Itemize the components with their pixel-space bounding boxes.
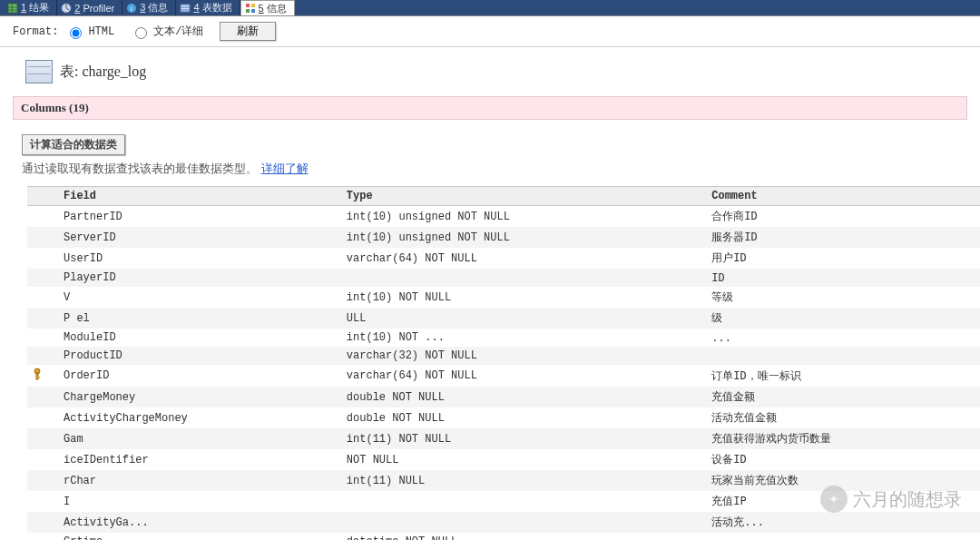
- comment-cell: [706, 347, 980, 365]
- type-cell: int(10) unsigned NOT NULL: [341, 206, 706, 228]
- field-cell: V: [58, 287, 341, 308]
- tab-info1[interactable]: i 3 信息: [122, 0, 176, 15]
- field-cell: PlayerID: [58, 269, 341, 287]
- page-title: 表: charge_log: [60, 63, 146, 82]
- key-cell: [27, 491, 58, 512]
- tab-tabledata[interactable]: 4 表数据: [176, 0, 240, 15]
- table-row: rCharint(11) NULL玩家当前充值次数: [27, 470, 980, 491]
- hint-text: 通过读取现有数据查找该表的最佳数据类型。 详细了解: [0, 157, 980, 186]
- type-cell: [341, 512, 706, 533]
- comment-cell: 活动充...: [706, 512, 980, 533]
- field-cell: ServerID: [58, 227, 341, 248]
- table-row: I充值IP: [27, 491, 980, 512]
- table-row: PartnerIDint(10) unsigned NOT NULL合作商ID: [27, 206, 980, 228]
- svg-rect-18: [36, 377, 40, 378]
- field-cell: ModuleID: [58, 329, 341, 347]
- table-row: Vint(10) NOT NULL等级: [27, 287, 980, 308]
- comment-cell: 设备ID: [706, 449, 980, 470]
- type-cell: double NOT NULL: [341, 387, 706, 407]
- table-row: ActivityGa...活动充...: [27, 512, 980, 533]
- comment-cell: 充值金额: [706, 387, 980, 407]
- type-cell: NOT NULL: [341, 449, 706, 470]
- field-cell: Gam: [58, 428, 341, 449]
- comment-cell: 合作商ID: [706, 206, 980, 228]
- grid-icon: [7, 3, 18, 14]
- field-cell: I: [58, 491, 341, 512]
- table-row: OrderIDvarchar(64) NOT NULL订单ID，唯一标识: [27, 365, 980, 387]
- comment-cell: 充值IP: [706, 491, 980, 512]
- comment-cell: 活动充值金额: [706, 407, 980, 428]
- type-cell: ULL: [341, 308, 706, 329]
- columns-section-header: Columns (19): [13, 96, 967, 120]
- comment-cell: 服务器ID: [706, 227, 980, 248]
- field-cell: ChargeMoney: [58, 387, 341, 407]
- svg-rect-12: [246, 4, 250, 7]
- table-row: PlayerIDID: [27, 269, 980, 287]
- comment-cell: [706, 533, 980, 540]
- col-key: [27, 187, 58, 206]
- field-cell: PartnerID: [58, 206, 341, 228]
- table-row: ProductIDvarchar(32) NOT NULL: [27, 347, 980, 365]
- key-cell: [27, 449, 58, 470]
- format-html-input[interactable]: [70, 27, 82, 39]
- table-row: UserIDvarchar(64) NOT NULL用户ID: [27, 248, 980, 269]
- key-cell: [27, 269, 58, 287]
- field-cell: ActivityGa...: [58, 512, 341, 533]
- table-row: Crtimedatetime NOT NULL: [27, 533, 980, 540]
- tab-profiler[interactable]: 2 Profiler: [57, 0, 122, 15]
- field-cell: P el: [58, 308, 341, 329]
- field-cell: iceIDentifier: [58, 449, 341, 470]
- tab-label: 5 信息: [259, 2, 287, 15]
- learn-more-link[interactable]: 详细了解: [261, 162, 309, 175]
- tab-results[interactable]: 1 结果: [4, 0, 57, 15]
- type-cell: datetime NOT NULL: [341, 533, 706, 540]
- key-cell: [27, 206, 58, 228]
- format-html-radio[interactable]: HTML: [65, 25, 114, 39]
- comment-cell: 玩家当前充值次数: [706, 470, 980, 491]
- tab-bar: 1 结果 2 Profiler i 3 信息 4 表数据 5 信息: [0, 0, 980, 16]
- comment-cell: 订单ID，唯一标识: [706, 365, 980, 387]
- key-cell: [27, 512, 58, 533]
- tab-label: 2 Profiler: [74, 3, 114, 14]
- type-cell: int(11) NULL: [341, 470, 706, 491]
- columns-table: Field Type Comment PartnerIDint(10) unsi…: [27, 186, 980, 540]
- type-cell: [341, 269, 706, 287]
- format-text-radio[interactable]: 文本/详细: [131, 24, 203, 39]
- comment-cell: ...: [706, 329, 980, 347]
- key-cell: [27, 248, 58, 269]
- format-text-text: 文本/详细: [153, 24, 203, 39]
- profiler-icon: [61, 3, 72, 14]
- key-cell: [27, 533, 58, 540]
- key-cell: [27, 347, 58, 365]
- type-cell: varchar(32) NOT NULL: [341, 347, 706, 365]
- table-row: ServerIDint(10) unsigned NOT NULL服务器ID: [27, 227, 980, 248]
- table-row: ModuleIDint(10) NOT ......: [27, 329, 980, 347]
- info-icon: i: [126, 3, 137, 14]
- key-cell: [27, 470, 58, 491]
- key-cell: [27, 428, 58, 449]
- format-text-input[interactable]: [135, 27, 147, 39]
- key-cell: [27, 227, 58, 248]
- format-label: Format:: [13, 25, 58, 38]
- calc-datatype-button[interactable]: 计算适合的数据类: [22, 134, 125, 155]
- field-cell: Crtime: [58, 533, 341, 540]
- tab-info2[interactable]: 5 信息: [240, 0, 295, 15]
- info-color-icon: [245, 3, 256, 14]
- table-large-icon: [25, 60, 53, 83]
- type-cell: int(10) unsigned NOT NULL: [341, 227, 706, 248]
- key-cell: [27, 308, 58, 329]
- comment-cell: 用户ID: [706, 248, 980, 269]
- table-row: ActivityChargeMoneydouble NOT NULL活动充值金额: [27, 407, 980, 428]
- key-cell: [27, 287, 58, 308]
- tab-label: 1 结果: [21, 1, 49, 15]
- svg-text:i: i: [131, 5, 132, 13]
- comment-cell: 级: [706, 308, 980, 329]
- refresh-button[interactable]: 刷新: [220, 22, 276, 41]
- col-comment: Comment: [706, 187, 980, 206]
- svg-rect-13: [251, 4, 255, 7]
- tab-label: 4 表数据: [193, 1, 231, 15]
- svg-rect-0: [8, 4, 17, 13]
- tab-label: 3 信息: [140, 1, 168, 15]
- col-field: Field: [58, 187, 341, 206]
- table-icon: [180, 3, 191, 14]
